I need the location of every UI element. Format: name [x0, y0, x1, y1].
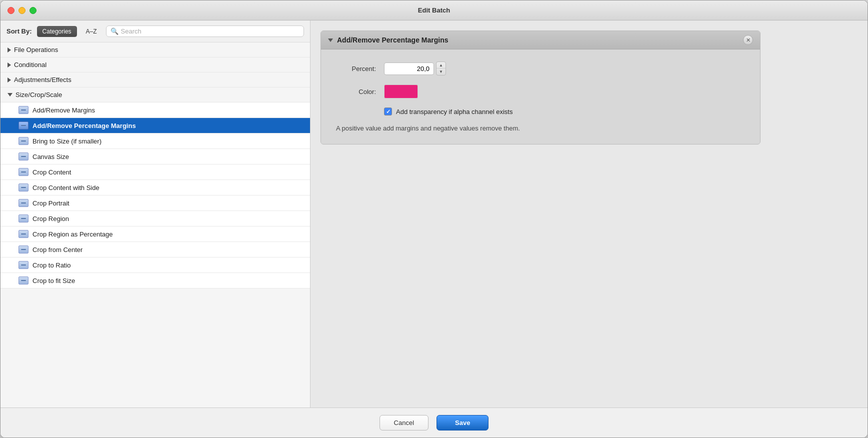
item-icon — [18, 199, 28, 207]
window-controls — [8, 7, 36, 14]
color-row: Color: — [336, 84, 745, 98]
item-icon — [18, 184, 28, 192]
percent-input[interactable] — [384, 62, 434, 75]
color-label: Color: — [336, 88, 376, 96]
minimize-button[interactable] — [18, 7, 26, 14]
category-label: File Operations — [14, 46, 58, 54]
main-content: Sort By: Categories A–Z 🔍 File Operation… — [0, 20, 868, 408]
list-item[interactable]: Crop to Ratio — [0, 258, 310, 273]
item-label: Crop Portrait — [32, 200, 70, 207]
category-file-operations[interactable]: File Operations — [0, 42, 310, 58]
list-item[interactable]: Crop from Center — [0, 242, 310, 258]
list-item[interactable]: Crop Content — [0, 164, 310, 180]
checkbox-label: Add transparency if alpha channel exists — [396, 108, 512, 116]
item-icon — [18, 214, 28, 222]
category-label: Size/Crop/Scale — [16, 91, 62, 98]
sort-categories-button[interactable]: Categories — [37, 26, 77, 37]
list-item[interactable]: Canvas Size — [0, 149, 310, 164]
category-label: Conditional — [14, 61, 46, 68]
right-panel: Add/Remove Percentage Margins ✕ Percent:… — [310, 20, 868, 408]
checkbox-row: ✓ Add transparency if alpha channel exis… — [384, 108, 745, 116]
close-button[interactable] — [8, 7, 14, 14]
list-item[interactable]: Add/Remove Margins — [0, 102, 310, 118]
item-icon — [18, 168, 28, 176]
item-label: Add/Remove Margins — [32, 106, 95, 114]
description-text: A positive value add margins and negativ… — [336, 124, 745, 132]
item-icon — [18, 122, 28, 130]
titlebar: Edit Batch — [0, 0, 868, 20]
list-item[interactable]: Crop Content with Side — [0, 180, 310, 196]
list-item[interactable]: Crop Region — [0, 211, 310, 226]
search-input[interactable] — [121, 28, 300, 35]
footer: Cancel Save — [0, 408, 868, 438]
percent-stepper: ▲ ▼ — [436, 62, 446, 76]
window-title: Edit Batch — [418, 6, 450, 14]
list-item[interactable]: Crop Region as Percentage — [0, 226, 310, 242]
item-icon — [18, 276, 28, 284]
detail-close-button[interactable]: ✕ — [743, 35, 753, 45]
search-box: 🔍 — [106, 26, 304, 37]
expand-icon — [8, 62, 11, 68]
cancel-button[interactable]: Cancel — [380, 415, 428, 430]
percent-input-group: ▲ ▼ — [384, 62, 446, 76]
item-label: Crop Content — [32, 168, 71, 176]
item-icon — [18, 261, 28, 269]
item-label: Crop from Center — [32, 246, 82, 254]
percent-label: Percent: — [336, 65, 376, 72]
sort-label: Sort By: — [6, 28, 32, 35]
category-adjustments[interactable]: Adjustments/Effects — [0, 72, 310, 88]
detail-body: Percent: ▲ ▼ Color: — [321, 50, 760, 144]
item-label: Crop to fit Size — [32, 277, 75, 284]
list-item[interactable]: Bring to Size (if smaller) — [0, 134, 310, 149]
left-panel: Sort By: Categories A–Z 🔍 File Operation… — [0, 20, 310, 408]
list-container: File Operations Conditional Adjustments/… — [0, 42, 310, 408]
transparency-checkbox[interactable]: ✓ — [384, 108, 392, 116]
color-swatch[interactable] — [384, 84, 418, 98]
stepper-down-button[interactable]: ▼ — [436, 68, 446, 75]
expand-icon — [8, 48, 11, 52]
category-size-crop-scale[interactable]: Size/Crop/Scale — [0, 88, 310, 102]
item-label: Canvas Size — [32, 153, 69, 160]
item-label: Crop to Ratio — [32, 262, 71, 269]
stepper-up-button[interactable]: ▲ — [436, 62, 446, 68]
item-icon — [18, 230, 28, 238]
item-icon — [18, 152, 28, 160]
item-label: Bring to Size (if smaller) — [32, 138, 102, 145]
detail-collapse-icon — [328, 38, 333, 42]
list-item[interactable]: Crop Portrait — [0, 196, 310, 211]
item-icon — [18, 246, 28, 254]
item-label: Crop Region — [32, 215, 69, 222]
detail-card: Add/Remove Percentage Margins ✕ Percent:… — [320, 30, 760, 144]
checkbox-checkmark: ✓ — [386, 108, 390, 115]
collapse-icon — [8, 93, 12, 96]
item-label: Crop Region as Percentage — [32, 230, 112, 238]
percent-row: Percent: ▲ ▼ — [336, 62, 745, 76]
detail-header: Add/Remove Percentage Margins ✕ — [321, 31, 760, 50]
category-conditional[interactable]: Conditional — [0, 58, 310, 72]
save-button[interactable]: Save — [436, 415, 488, 430]
sort-az-button[interactable]: A–Z — [82, 26, 101, 36]
maximize-button[interactable] — [30, 7, 36, 14]
item-icon — [18, 137, 28, 145]
category-label: Adjustments/Effects — [14, 76, 72, 84]
list-item-selected[interactable]: Add/Remove Percentage Margins — [0, 118, 310, 134]
sort-bar: Sort By: Categories A–Z 🔍 — [0, 20, 310, 42]
item-label: Add/Remove Percentage Margins — [32, 122, 136, 130]
list-item[interactable]: Crop to fit Size — [0, 273, 310, 288]
search-icon: 🔍 — [110, 28, 118, 35]
detail-title: Add/Remove Percentage Margins — [337, 36, 739, 44]
item-label: Crop Content with Side — [32, 184, 100, 192]
item-icon — [18, 106, 28, 114]
main-window: Edit Batch Sort By: Categories A–Z 🔍 Fil… — [0, 0, 868, 438]
expand-icon — [8, 78, 11, 82]
